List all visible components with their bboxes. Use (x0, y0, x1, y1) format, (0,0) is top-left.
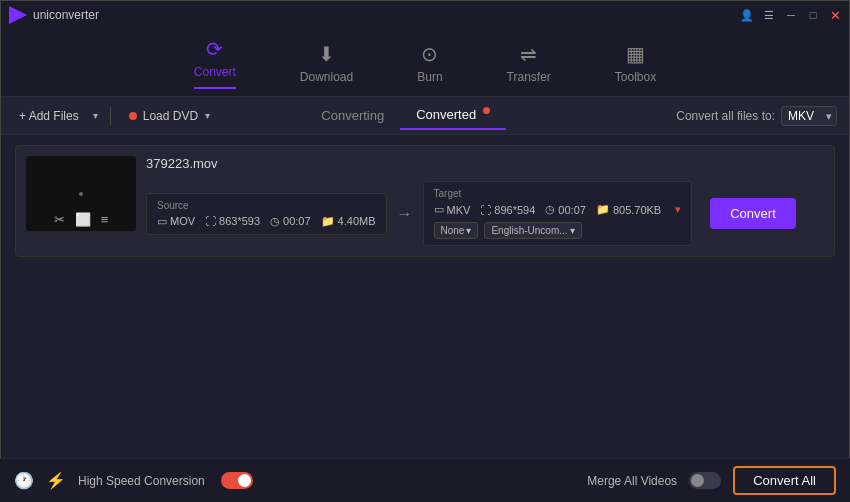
download-nav-icon: ⬇ (318, 42, 335, 66)
toolbar: + Add Files ▾ Load DVD ▾ Converting Conv… (1, 97, 849, 135)
speed-toggle-knob (238, 474, 251, 487)
nav-download-label: Download (300, 70, 353, 84)
source-dur-icon: ◷ (270, 215, 280, 228)
tab-converting[interactable]: Converting (305, 102, 400, 129)
file-name: 379223.mov (146, 156, 824, 171)
source-format-icon: ▭ (157, 215, 167, 228)
format-select-wrapper: MKV MP4 AVI MOV (781, 106, 837, 126)
transfer-nav-icon: ⇌ (520, 42, 537, 66)
nav-convert[interactable]: ⟳ Convert (182, 33, 248, 93)
nav-convert-label: Convert (194, 65, 236, 79)
merge-toggle-knob (691, 474, 704, 487)
bottom-right: Merge All Videos Convert All (587, 466, 836, 495)
audio-dropdown[interactable]: English-Uncom... ▾ (484, 222, 581, 239)
target-settings-icon[interactable]: ▾ (675, 203, 681, 216)
add-files-label: + Add Files (19, 109, 79, 123)
target-format-icon: ▭ (434, 203, 444, 216)
source-box: Source ▭ MOV ⛶ 863*593 ◷ 00:07 (146, 193, 387, 235)
nav-burn[interactable]: ⊙ Burn (405, 38, 454, 88)
target-label: Target (434, 188, 682, 199)
source-format: ▭ MOV (157, 215, 195, 228)
crop-icon[interactable]: ⬜ (75, 212, 91, 227)
tab-converted[interactable]: Converted (400, 101, 506, 130)
subtitle-dropdown[interactable]: None ▾ (434, 222, 479, 239)
toolbar-separator (110, 107, 111, 125)
nav-toolbox-label: Toolbox (615, 70, 656, 84)
settings-icon[interactable]: ≡ (101, 212, 109, 227)
convert-all-to-label: Convert all files to: (676, 109, 775, 123)
convert-button-label: Convert (730, 206, 776, 221)
target-duration: ◷ 00:07 (545, 203, 586, 216)
target-row: ▭ MKV ⛶ 896*594 ◷ 00:07 📁 (434, 203, 682, 216)
tab-area: Converting Converted (305, 101, 505, 130)
audio-chevron-icon: ▾ (570, 225, 575, 236)
title-bar: uniconverter 👤 ☰ ─ □ ✕ (1, 1, 849, 29)
thumbnail-controls: ✂ ⬜ ≡ (26, 212, 136, 227)
title-bar-left: uniconverter (9, 6, 99, 24)
file-card: ✂ ⬜ ≡ 379223.mov Source ▭ MOV ⛶ (15, 145, 835, 257)
clock-icon[interactable]: 🕐 (14, 471, 34, 490)
title-bar-controls: 👤 ☰ ─ □ ✕ (741, 9, 841, 21)
convert-all-to: Convert all files to: MKV MP4 AVI MOV (676, 106, 837, 126)
nav-burn-label: Burn (417, 70, 442, 84)
target-size-icon: 📁 (596, 203, 610, 216)
nav-toolbox[interactable]: ▦ Toolbox (603, 38, 668, 88)
app-logo-icon (9, 6, 27, 24)
format-select[interactable]: MKV MP4 AVI MOV (781, 106, 837, 126)
file-info: 379223.mov Source ▭ MOV ⛶ 863*593 (146, 156, 824, 246)
file-thumbnail: ✂ ⬜ ≡ (26, 156, 136, 231)
merge-label: Merge All Videos (587, 474, 677, 488)
source-label: Source (157, 200, 376, 211)
source-to-target-arrow-icon: → (397, 205, 413, 223)
trim-icon[interactable]: ✂ (54, 212, 65, 227)
high-speed-label: High Speed Conversion (78, 474, 205, 488)
menu-icon[interactable]: ☰ (763, 9, 775, 21)
target-size: 📁 805.70KB (596, 203, 661, 216)
target-dur-icon: ◷ (545, 203, 555, 216)
convert-nav-icon: ⟳ (206, 37, 223, 61)
load-dvd-button[interactable]: Load DVD ▾ (123, 105, 216, 127)
target-res-icon: ⛶ (480, 204, 491, 216)
nav-bar: ⟳ Convert ⬇ Download ⊙ Burn ⇌ Transfer ▦… (1, 29, 849, 97)
toolbox-nav-icon: ▦ (626, 42, 645, 66)
thumbnail-dot (79, 192, 83, 196)
add-files-button[interactable]: + Add Files (13, 105, 85, 127)
maximize-button[interactable]: □ (807, 9, 819, 21)
tab-converted-label: Converted (416, 107, 476, 122)
user-icon[interactable]: 👤 (741, 9, 753, 21)
tab-converted-badge (483, 107, 490, 114)
add-files-chevron-icon[interactable]: ▾ (93, 110, 98, 121)
load-dvd-dot-icon (129, 112, 137, 120)
convert-all-button-label: Convert All (753, 473, 816, 488)
minimize-button[interactable]: ─ (785, 9, 797, 21)
file-source-target: Source ▭ MOV ⛶ 863*593 ◷ 00:07 (146, 181, 824, 246)
close-button[interactable]: ✕ (829, 9, 841, 21)
source-res-icon: ⛶ (205, 215, 216, 227)
nav-transfer-label: Transfer (507, 70, 551, 84)
high-speed-toggle[interactable] (221, 472, 253, 489)
load-dvd-chevron-icon[interactable]: ▾ (205, 110, 210, 121)
target-resolution: ⛶ 896*594 (480, 204, 535, 216)
bottom-bar: 🕐 ⚡ High Speed Conversion Merge All Vide… (0, 458, 850, 502)
subtitle-chevron-icon: ▾ (466, 225, 471, 236)
nav-download[interactable]: ⬇ Download (288, 38, 365, 88)
source-row: ▭ MOV ⛶ 863*593 ◷ 00:07 📁 (157, 215, 376, 228)
source-size: 📁 4.40MB (321, 215, 376, 228)
target-row-extra: None ▾ English-Uncom... ▾ (434, 222, 682, 239)
burn-nav-icon: ⊙ (421, 42, 438, 66)
convert-all-button[interactable]: Convert All (733, 466, 836, 495)
speed-icon: ⚡ (46, 471, 66, 490)
tab-converting-label: Converting (321, 108, 384, 123)
target-format: ▭ MKV (434, 203, 471, 216)
source-resolution: ⛶ 863*593 (205, 215, 260, 227)
source-duration: ◷ 00:07 (270, 215, 311, 228)
convert-button[interactable]: Convert (710, 198, 796, 229)
nav-transfer[interactable]: ⇌ Transfer (495, 38, 563, 88)
source-size-icon: 📁 (321, 215, 335, 228)
main-content: ✂ ⬜ ≡ 379223.mov Source ▭ MOV ⛶ (1, 135, 849, 267)
load-dvd-label: Load DVD (143, 109, 198, 123)
target-box: Target ▭ MKV ⛶ 896*594 ◷ 00:07 (423, 181, 693, 246)
app-name: uniconverter (33, 8, 99, 22)
merge-toggle[interactable] (689, 472, 721, 489)
